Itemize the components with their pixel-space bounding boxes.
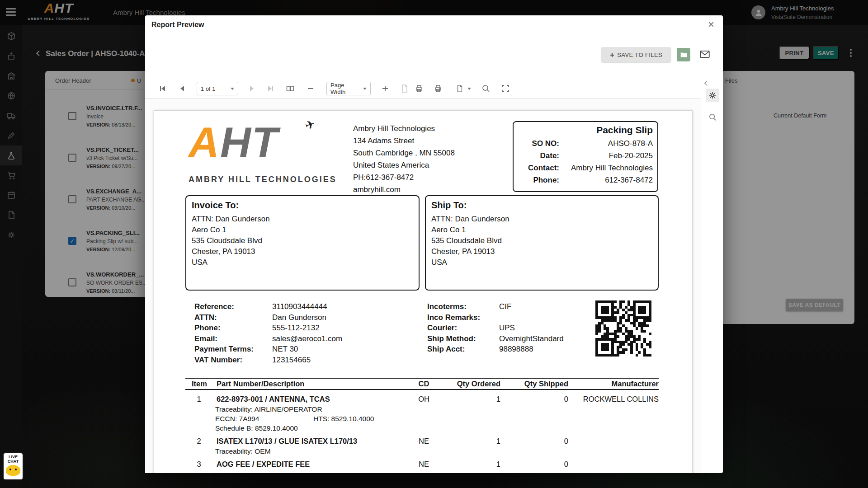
viewer-settings-tab[interactable] [706, 89, 719, 102]
detail-value: 98898888 [499, 345, 533, 353]
subline-right: HTS: 8529.10.4000 [313, 415, 374, 422]
slip-field-row: Contact:Ambry Hill Technologies [516, 162, 653, 174]
slip-field-value: Ambry Hill Technologies [559, 164, 653, 173]
page-selector-dropdown[interactable]: 1 of 1 [197, 82, 238, 95]
address-line: USA [192, 257, 413, 268]
address-line: USA [431, 257, 652, 268]
viewer-side-strip [701, 79, 723, 473]
cell-qty-shipped: 0 [500, 472, 568, 473]
close-icon[interactable]: × [705, 18, 717, 31]
detail-row: VAT Number:123154665 [194, 356, 342, 366]
table-header-cell: Part Number/Description [212, 380, 409, 388]
previous-page-button[interactable] [177, 83, 188, 94]
detail-row: Reference:3110903444444 [194, 302, 342, 313]
detail-label: Incoterms: [427, 302, 499, 311]
table-header-cell: Manufacturer [568, 380, 659, 388]
table-header-cell: CD [409, 380, 439, 388]
collapse-panel-icon[interactable] [703, 80, 710, 87]
detail-row: Email:sales@aeroco1.com [194, 334, 342, 345]
slip-field-value: Feb-20-2025 [559, 151, 653, 160]
detail-label: Phone: [194, 324, 272, 333]
table-row-main: 4HARDENER S66/22B / HARDENER...NE10 [185, 472, 659, 473]
table-row-subline: Traceability: AIRLINE/OPERATOR [215, 404, 659, 414]
chevron-down-icon [467, 88, 471, 90]
line-items-table: ItemPart Number/DescriptionCDQty Ordered… [185, 378, 659, 473]
detail-label: ATTN: [194, 313, 272, 322]
address-line: Chester, PA 19013 [431, 246, 652, 257]
document-viewer[interactable]: AHT ✈ AMBRY HILL TECHNOLOGIES Ambry Hill… [145, 99, 701, 473]
live-chat-button[interactable]: LIVECHAT [3, 452, 24, 480]
email-button[interactable] [698, 47, 712, 61]
first-page-button[interactable] [157, 83, 168, 94]
detail-value: UPS [499, 324, 515, 332]
table-header-cell: Item [185, 380, 212, 388]
detail-row: Ship Method:OvernightStandard [427, 334, 564, 345]
zoom-out-button[interactable] [305, 83, 316, 94]
detail-row: Inco Remarks: [427, 313, 564, 324]
slip-field-row: Date:Feb-20-2025 [516, 150, 653, 162]
search-button[interactable] [481, 83, 491, 94]
chat-mascot-icon [6, 465, 20, 476]
folder-button[interactable] [677, 48, 690, 61]
fullscreen-button[interactable] [500, 83, 511, 94]
detail-label: VAT Number: [194, 356, 272, 365]
table-row: 1622-8973-001 / ANTENNA, TCASOH10ROCKWEL… [185, 394, 659, 433]
cell-cd: NE [409, 472, 439, 473]
table-row-main: 3AOG FEE / EXPEDITE FEENE10 [185, 459, 659, 469]
slip-field-value: AHSO-878-A [559, 139, 653, 148]
detail-label: Ship Acct: [427, 345, 499, 354]
print-page-button[interactable] [433, 83, 443, 94]
detail-value: 123154665 [272, 356, 311, 364]
detail-label: Inco Remarks: [427, 313, 499, 322]
packing-slip-fields: SO NO:AHSO-878-ADate:Feb-20-2025Contact:… [516, 137, 653, 186]
viewer-search-tab[interactable] [706, 110, 719, 124]
slip-field-label: Date: [516, 151, 559, 160]
cell-item: 2 [185, 436, 212, 446]
export-to-dropdown[interactable] [456, 83, 471, 94]
address-line: Chester, PA 19013 [192, 246, 413, 257]
table-row: 2ISATEX L170/13 / GLUE ISATEX L170/13NE1… [185, 436, 659, 456]
table-row-subline: ECCN: 7A994HTS: 8529.10.4000 [215, 414, 659, 423]
save-to-files-button[interactable]: + SAVE TO FILES [601, 47, 671, 62]
detail-value: Dan Gunderson [272, 313, 326, 322]
screen: AHT AMBRY HILL TECHNOLOGIES Ambry Hill T… [0, 0, 868, 488]
table-header-cell: Qty Shipped [500, 380, 568, 388]
table-row-main: 2ISATEX L170/13 / GLUE ISATEX L170/13NE1… [185, 436, 659, 446]
chevron-down-icon [231, 88, 234, 90]
subline-left: ECCN: 7A994 [215, 414, 313, 423]
cell-part: ISATEX L170/13 / GLUE ISATEX L170/13 [212, 436, 409, 446]
multipage-view-button[interactable] [285, 83, 296, 94]
cell-cd: NE [409, 436, 439, 446]
next-page-button [246, 83, 257, 94]
address-line: 535 Cloudsdale Blvd [431, 235, 652, 246]
table-row-subline: Schedule B: 8529.10.4000 [215, 423, 659, 433]
table-row: 4HARDENER S66/22B / HARDENER...NE10 [185, 472, 659, 473]
detail-value: sales@aeroco1.com [272, 334, 342, 343]
cell-qty-shipped: 0 [500, 436, 568, 446]
print-button[interactable] [414, 83, 425, 94]
address-line: Aero Co 1 [192, 225, 413, 235]
slip-field-value: 612-367-8472 [559, 176, 653, 185]
detail-value: CIF [499, 302, 511, 311]
cell-qty-shipped: 0 [500, 394, 568, 404]
export-document-button [399, 83, 410, 94]
zoom-in-button[interactable] [380, 83, 391, 94]
cell-item: 1 [185, 394, 212, 404]
cell-item: 3 [185, 459, 212, 469]
detail-value: 555-112-2132 [272, 324, 320, 332]
cell-qty-ordered: 1 [439, 459, 500, 469]
cell-qty-ordered: 1 [439, 394, 500, 404]
zoom-level-dropdown[interactable]: Page Width [326, 82, 371, 95]
table-header: ItemPart Number/DescriptionCDQty Ordered… [185, 378, 659, 390]
document-logo-caption: AMBRY HILL TECHNOLOGIES [189, 175, 337, 184]
detail-row: Ship Acct:98898888 [427, 345, 564, 356]
detail-label: Courier: [427, 324, 499, 333]
address-line: ATTN: Dan Gunderson [192, 214, 413, 225]
table-header-cell: Qty Ordered [439, 380, 500, 388]
detail-row: Phone:555-112-2132 [194, 324, 342, 334]
folder-icon [680, 51, 688, 59]
shipping-details-right: Incoterms:CIFInco Remarks:Courier:UPSShi… [427, 302, 564, 356]
detail-row: Incoterms:CIF [427, 302, 564, 313]
detail-row: Courier:UPS [427, 324, 564, 334]
cell-qty-shipped: 0 [500, 459, 568, 469]
